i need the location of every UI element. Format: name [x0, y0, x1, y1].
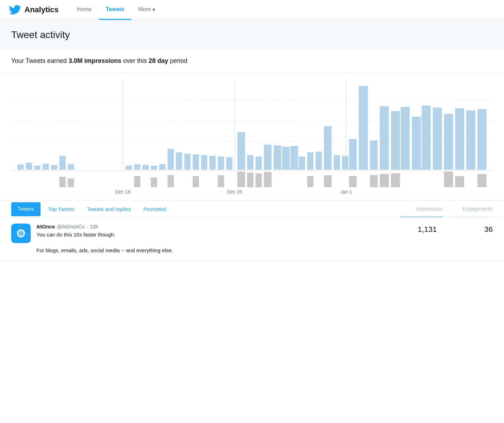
svg-rect-61: [237, 172, 245, 187]
svg-rect-19: [167, 149, 174, 170]
svg-rect-31: [274, 145, 281, 170]
impressions-summary: Your Tweets earned 3.0M impressions over…: [0, 49, 504, 73]
tweet-content: AtOnce @AtOnceCo · 23h You can do this 1…: [36, 224, 389, 255]
tweet-body-line3: For blogs, emails, ads, social media -- …: [36, 247, 389, 255]
tab-tweets[interactable]: Tweets: [11, 202, 41, 216]
svg-rect-22: [193, 154, 199, 170]
svg-rect-70: [391, 173, 400, 187]
svg-rect-73: [477, 174, 487, 187]
svg-rect-45: [401, 107, 410, 170]
tweet-time: 23h: [90, 224, 98, 229]
svg-rect-21: [184, 154, 190, 170]
brand-title: Analytics: [24, 5, 59, 14]
svg-rect-9: [34, 166, 41, 170]
svg-rect-57: [151, 177, 157, 187]
svg-rect-54: [59, 177, 66, 187]
svg-rect-72: [455, 176, 464, 187]
chart-container: Dec 18 Dec 25 Jan 1: [0, 73, 504, 201]
svg-rect-13: [68, 164, 74, 170]
tweet-row: @ AtOnce @AtOnceCo · 23h You can do this…: [0, 218, 504, 261]
brand: Analytics: [8, 3, 59, 16]
tweet-body: You can do this 10x faster though. For b…: [36, 231, 389, 255]
navbar: Analytics Home Tweets More ▾: [0, 0, 504, 20]
nav-more[interactable]: More ▾: [131, 0, 162, 20]
col-engagements-header[interactable]: Engagements: [451, 201, 493, 217]
at-icon: @: [14, 227, 28, 240]
nav-home[interactable]: Home: [70, 0, 99, 20]
svg-rect-48: [433, 108, 442, 170]
svg-rect-66: [324, 175, 332, 187]
svg-rect-38: [334, 155, 340, 170]
impressions-prefix: Your Tweets earned: [11, 57, 69, 64]
twitter-logo-icon: [8, 3, 21, 16]
avatar: @: [11, 224, 31, 243]
impressions-middle: over this: [121, 57, 149, 64]
svg-rect-56: [134, 176, 140, 187]
svg-rect-29: [255, 156, 262, 170]
svg-rect-63: [255, 173, 262, 187]
page-title: Tweet activity: [11, 29, 493, 41]
svg-rect-60: [218, 175, 224, 187]
svg-text:Jan 1: Jan 1: [340, 189, 352, 195]
svg-rect-33: [290, 146, 298, 170]
tweet-account-name: AtOnce: [36, 224, 55, 229]
impressions-highlight2: 28 day: [149, 57, 168, 64]
svg-rect-24: [209, 156, 216, 170]
svg-rect-64: [264, 172, 272, 187]
svg-rect-67: [349, 176, 357, 187]
svg-rect-7: [17, 165, 24, 170]
svg-rect-27: [237, 132, 245, 170]
tab-tweets-replies[interactable]: Tweets and replies: [81, 201, 137, 218]
svg-rect-35: [307, 152, 314, 170]
svg-rect-14: [126, 166, 132, 170]
tweet-meta: AtOnce @AtOnceCo · 23h: [36, 224, 389, 229]
svg-rect-32: [282, 147, 290, 170]
svg-rect-40: [349, 139, 357, 170]
svg-rect-47: [422, 105, 431, 170]
svg-rect-69: [380, 174, 389, 187]
svg-rect-8: [26, 163, 32, 170]
svg-rect-65: [307, 176, 314, 187]
tweet-separator: ·: [87, 224, 88, 229]
tweet-body-line2: [36, 239, 389, 247]
svg-rect-51: [466, 110, 475, 170]
tweet-impressions: 1,131: [395, 224, 437, 234]
svg-rect-50: [455, 108, 464, 170]
tab-promoted[interactable]: Promoted: [137, 201, 172, 218]
svg-rect-10: [43, 164, 49, 170]
col-impressions-header[interactable]: Impressions: [401, 201, 442, 217]
svg-rect-37: [324, 126, 332, 170]
svg-text:Dec 25: Dec 25: [227, 189, 242, 195]
svg-rect-55: [68, 178, 74, 187]
svg-rect-12: [59, 156, 66, 170]
nav-items: Home Tweets More ▾: [70, 0, 162, 20]
impressions-chart: Dec 18 Dec 25 Jan 1: [11, 79, 493, 198]
impressions-highlight1: 3.0M impressions: [69, 57, 121, 64]
svg-rect-15: [134, 164, 140, 170]
svg-rect-26: [226, 157, 232, 170]
svg-rect-58: [167, 175, 174, 187]
svg-rect-34: [299, 156, 305, 170]
tweet-engagements: 36: [451, 224, 493, 234]
tweet-body-line1: You can do this 10x faster though.: [36, 231, 389, 239]
chevron-down-icon: ▾: [152, 6, 155, 13]
svg-rect-59: [193, 176, 199, 187]
svg-rect-25: [218, 156, 224, 170]
svg-rect-43: [380, 106, 389, 170]
impressions-suffix: period: [168, 57, 187, 64]
svg-text:@: @: [18, 229, 24, 236]
svg-rect-16: [142, 165, 149, 170]
svg-rect-39: [342, 156, 348, 170]
tabs-row: Tweets Top Tweets Tweets and replies Pro…: [0, 201, 504, 218]
svg-rect-46: [412, 117, 421, 170]
svg-rect-23: [201, 155, 207, 170]
svg-rect-62: [247, 173, 253, 187]
svg-rect-49: [444, 114, 453, 170]
tab-top-tweets[interactable]: Top Tweets: [42, 201, 81, 218]
nav-tweets[interactable]: Tweets: [99, 0, 131, 20]
svg-rect-41: [359, 86, 368, 170]
page-header: Tweet activity: [0, 20, 504, 49]
impressions-text: Your Tweets earned 3.0M impressions over…: [11, 57, 493, 65]
svg-text:Dec 18: Dec 18: [115, 189, 130, 195]
svg-rect-20: [176, 152, 182, 170]
